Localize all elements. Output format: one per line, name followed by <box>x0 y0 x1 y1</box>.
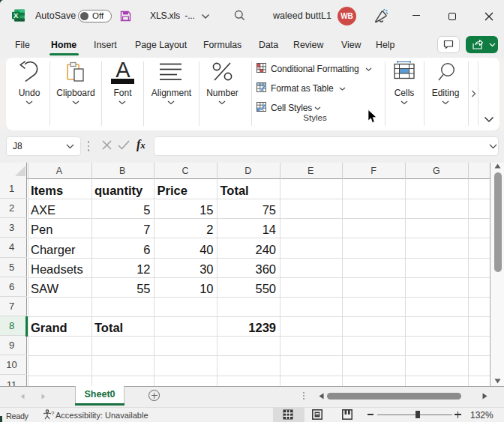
svg-text:X: X <box>14 11 19 19</box>
svg-text:?: ? <box>51 410 55 417</box>
